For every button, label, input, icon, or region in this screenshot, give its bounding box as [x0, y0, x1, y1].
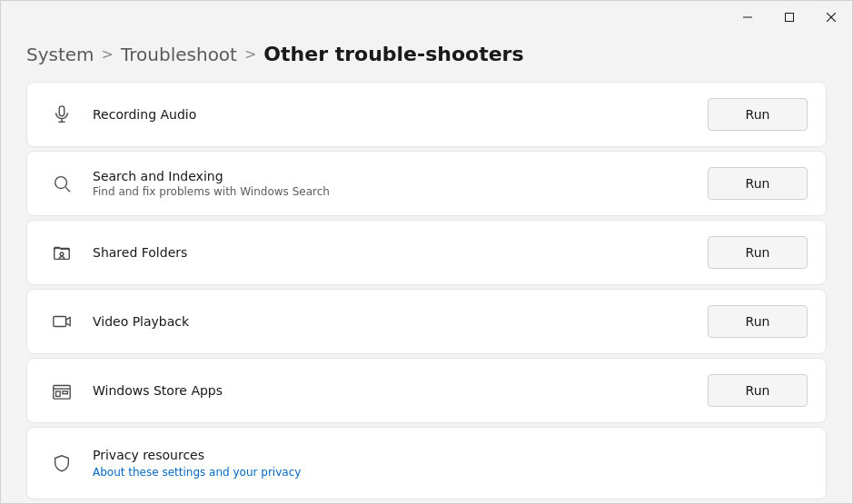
troubleshooter-item-privacy: Privacy resources About these settings a… [26, 427, 827, 499]
svg-rect-13 [56, 391, 61, 397]
svg-rect-4 [59, 106, 64, 116]
svg-line-8 [65, 187, 70, 192]
item-info-windows-store: Windows Store Apps [78, 383, 708, 398]
minimize-button[interactable] [727, 3, 769, 32]
run-button-video-playback[interactable]: Run [708, 305, 808, 338]
breadcrumb-system[interactable]: System [26, 44, 94, 65]
privacy-title: Privacy resources [93, 448, 808, 462]
run-button-windows-store[interactable]: Run [708, 374, 808, 407]
run-button-search-indexing[interactable]: Run [708, 167, 808, 200]
breadcrumb-current: Other trouble-shooters [263, 43, 523, 65]
item-info-search-indexing: Search and Indexing Find and fix problem… [78, 169, 708, 198]
close-button[interactable] [810, 3, 852, 32]
search-icon [45, 173, 78, 193]
breadcrumb-separator-1: > [102, 45, 114, 63]
title-bar [1, 1, 852, 34]
svg-rect-1 [786, 14, 794, 22]
run-button-shared-folders[interactable]: Run [708, 236, 808, 269]
troubleshooter-item-shared-folders: Shared Folders Run [26, 220, 827, 285]
svg-rect-11 [54, 317, 66, 327]
main-window: System > Troubleshoot > Other trouble-sh… [0, 0, 853, 504]
item-title-windows-store: Windows Store Apps [93, 383, 708, 398]
store-icon [45, 380, 78, 400]
microphone-icon [45, 104, 78, 124]
item-title-search-indexing: Search and Indexing [93, 169, 708, 183]
breadcrumb: System > Troubleshoot > Other trouble-sh… [1, 34, 852, 82]
item-info-shared-folders: Shared Folders [78, 245, 708, 260]
run-button-recording-audio[interactable]: Run [708, 98, 808, 131]
troubleshooter-item-windows-store: Windows Store Apps Run [26, 358, 827, 423]
svg-rect-14 [63, 391, 68, 394]
item-title-shared-folders: Shared Folders [93, 245, 708, 260]
troubleshooter-item-search-indexing: Search and Indexing Find and fix problem… [26, 151, 827, 216]
item-info-video-playback: Video Playback [78, 314, 708, 329]
breadcrumb-separator-2: > [244, 45, 256, 63]
title-bar-controls [727, 3, 852, 32]
troubleshooter-item-video-playback: Video Playback Run [26, 289, 827, 354]
item-info-recording-audio: Recording Audio [78, 107, 708, 122]
content-area: Recording Audio Run Search and Indexing … [1, 82, 852, 503]
svg-point-7 [55, 177, 67, 189]
troubleshooter-item-recording-audio: Recording Audio Run [26, 82, 827, 147]
item-title-video-playback: Video Playback [93, 314, 708, 329]
svg-rect-0 [743, 17, 752, 18]
shield-icon [45, 453, 78, 473]
breadcrumb-troubleshoot[interactable]: Troubleshoot [121, 44, 237, 65]
shared-folders-icon [45, 242, 78, 262]
video-icon [45, 311, 78, 331]
item-subtitle-search-indexing: Find and fix problems with Windows Searc… [93, 185, 708, 198]
item-info-privacy: Privacy resources About these settings a… [78, 448, 808, 479]
svg-rect-9 [55, 248, 70, 259]
maximize-button[interactable] [769, 3, 810, 32]
privacy-link[interactable]: About these settings and your privacy [93, 466, 301, 479]
item-title-recording-audio: Recording Audio [93, 107, 708, 122]
svg-point-10 [60, 252, 64, 256]
